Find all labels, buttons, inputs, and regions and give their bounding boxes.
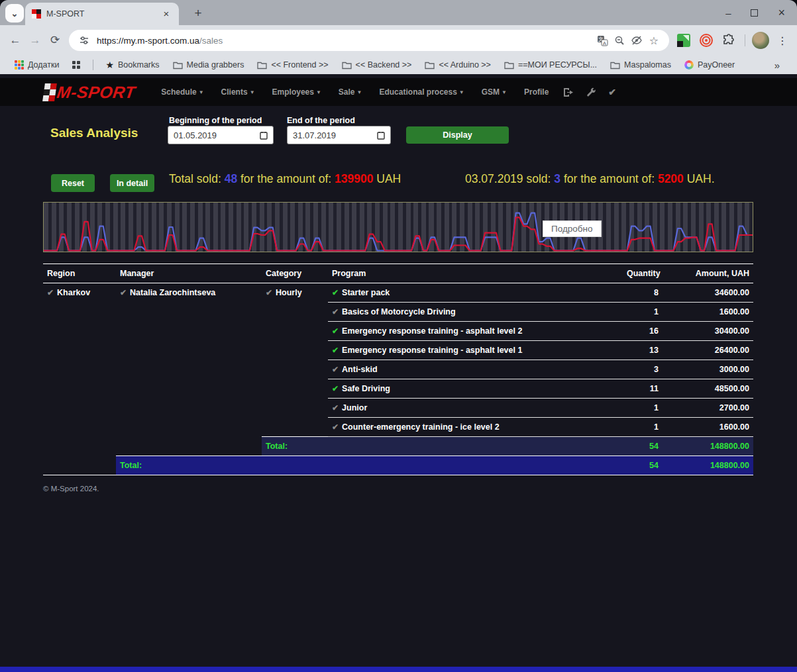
eye-off-icon[interactable] (628, 32, 645, 49)
site-logo[interactable]: M-SPORT (42, 83, 136, 102)
bookmark-item[interactable]: ==МОИ РЕСУРСЫ... (499, 58, 602, 72)
nav-item-profile[interactable]: Profile (515, 87, 557, 97)
qty-cell: 3 (623, 360, 663, 379)
bookmarks-separator (93, 60, 93, 70)
bookmark-item[interactable]: << Arduino >> (419, 58, 496, 72)
category-cell: ✔Hourly (262, 283, 328, 437)
bookmark-star-icon[interactable]: ☆ (645, 32, 663, 49)
period-start-value: 01.05.2019 (174, 130, 217, 140)
program-cell[interactable]: ✔Emergency response training - asphalt l… (328, 322, 623, 341)
sales-chart[interactable]: Подробно (43, 202, 753, 252)
calendar-icon[interactable] (260, 131, 268, 140)
amount-cell: 30400.00 (663, 322, 753, 341)
calendar-icon[interactable] (377, 131, 385, 140)
maximize-button[interactable] (751, 9, 758, 17)
check-icon: ✔ (120, 288, 127, 297)
nav-item-clients[interactable]: Clients▼ (213, 87, 264, 97)
program-name: Anti-skid (342, 365, 377, 374)
nav-item-gsm[interactable]: GSM▼ (473, 87, 515, 97)
check-icon: ✔ (332, 326, 339, 336)
manager-value: Natalia Zarochintseva (130, 288, 215, 297)
program-name: Basics of Motorcycle Driving (342, 307, 456, 316)
bookmark-item[interactable]: Додатки (9, 58, 64, 72)
grand-total-spacer (43, 456, 116, 475)
program-cell[interactable]: ✔Counter-emergency training - ice level … (328, 418, 623, 437)
reload-icon[interactable]: ⟳ (45, 30, 65, 50)
tune-icon[interactable] (76, 32, 93, 49)
detail-button[interactable]: In detail (110, 174, 154, 192)
check-icon: ✔ (332, 403, 339, 412)
check-icon: ✔ (332, 422, 339, 432)
back-icon[interactable]: ← (5, 30, 25, 50)
browser-tab[interactable]: M-SPORT × (25, 3, 179, 25)
logout-icon[interactable] (562, 87, 574, 98)
bookmark-item[interactable]: Media grabbers (168, 58, 250, 72)
url-path: /sales (199, 36, 223, 46)
tab-title: M-SPORT (46, 9, 155, 19)
grand-total-label: Total: (116, 456, 623, 475)
nav-item-schedule[interactable]: Schedule▼ (152, 87, 212, 97)
wrench-icon[interactable] (586, 87, 596, 97)
toolbar-extensions: ⋮ (674, 31, 792, 50)
zoom-out-icon[interactable] (611, 32, 628, 49)
extension-green-icon[interactable] (674, 31, 693, 50)
tab-close-icon[interactable]: × (160, 8, 172, 20)
program-cell[interactable]: ✔Junior (328, 399, 623, 418)
summary-day-currency: UAH. (684, 172, 715, 185)
check-icon[interactable]: ✔ (608, 87, 616, 97)
display-button[interactable]: Display (406, 126, 509, 144)
bookmark-item[interactable] (67, 59, 86, 72)
program-cell[interactable]: ✔Safe Driving (328, 379, 623, 399)
extensions-puzzle-icon[interactable] (719, 31, 738, 50)
nav-item-sale[interactable]: Sale▼ (330, 87, 371, 97)
close-button[interactable]: × (778, 6, 785, 20)
forward-icon[interactable]: → (25, 30, 45, 50)
reset-button[interactable]: Reset (51, 174, 95, 192)
table-row: ✔Kharkov ✔Natalia Zarochintseva ✔Hourly … (43, 283, 753, 303)
star-icon: ★ (105, 60, 114, 70)
col-category[interactable]: Category (262, 264, 328, 283)
bookmark-item[interactable]: << Backend >> (337, 58, 417, 72)
extension-target-icon[interactable] (697, 31, 716, 50)
grand-total-amount: 148800.00 (663, 456, 753, 475)
program-cell[interactable]: ✔Basics of Motorcycle Driving (328, 303, 623, 322)
category-total-qty: 54 (623, 437, 663, 456)
program-cell[interactable]: ✔Starter pack (328, 283, 623, 303)
check-icon: ✔ (47, 288, 54, 297)
col-manager[interactable]: Manager (116, 264, 262, 283)
bookmark-item[interactable]: ★Bookmarks (100, 58, 164, 72)
menu-kebab-icon[interactable]: ⋮ (773, 34, 792, 47)
payoneer-icon (684, 60, 694, 70)
qty-cell: 13 (623, 341, 663, 360)
nav-item-educational-process[interactable]: Educational process▼ (370, 87, 472, 97)
nav-item-employees[interactable]: Employees▼ (264, 87, 330, 97)
summary-day-amount: 5200 (658, 172, 684, 185)
tab-search-button[interactable]: ⌄ (5, 4, 24, 23)
site-nav-icons: ✔ (562, 87, 616, 98)
bookmark-item[interactable]: Maspalomas (605, 58, 676, 72)
bookmark-item[interactable]: » (767, 58, 788, 73)
col-region[interactable]: Region (43, 264, 116, 283)
url-text[interactable]: https://my.m-sport.com.ua/sales (97, 36, 594, 46)
minimize-button[interactable]: – (725, 7, 731, 19)
bookmark-label: << Backend >> (356, 60, 412, 70)
period-start-input[interactable]: 01.05.2019 (168, 126, 274, 144)
amount-cell: 3000.00 (663, 360, 753, 379)
col-amount[interactable]: Amount, UAH (663, 264, 753, 283)
check-icon: ✔ (332, 384, 339, 393)
qty-cell: 1 (623, 303, 663, 322)
profile-avatar[interactable] (752, 32, 769, 49)
bookmark-label: Bookmarks (118, 60, 160, 70)
bookmark-item[interactable]: PayOneer (679, 58, 740, 72)
address-bar[interactable]: https://my.m-sport.com.ua/sales 文A ☆ (69, 30, 669, 51)
bookmark-item[interactable]: << Frontend >> (252, 58, 333, 72)
program-cell[interactable]: ✔Emergency response training - asphalt l… (328, 341, 623, 360)
new-tab-button[interactable]: + (189, 5, 207, 23)
category-value: Hourly (276, 288, 302, 297)
col-program[interactable]: Program (328, 264, 623, 283)
sales-table: Region Manager Category Program Quantity… (43, 264, 753, 475)
period-end-input[interactable]: 31.07.2019 (287, 126, 391, 144)
translate-icon[interactable]: 文A (594, 32, 611, 49)
program-cell[interactable]: ✔Anti-skid (328, 360, 623, 379)
col-quantity[interactable]: Quantity (623, 264, 663, 283)
